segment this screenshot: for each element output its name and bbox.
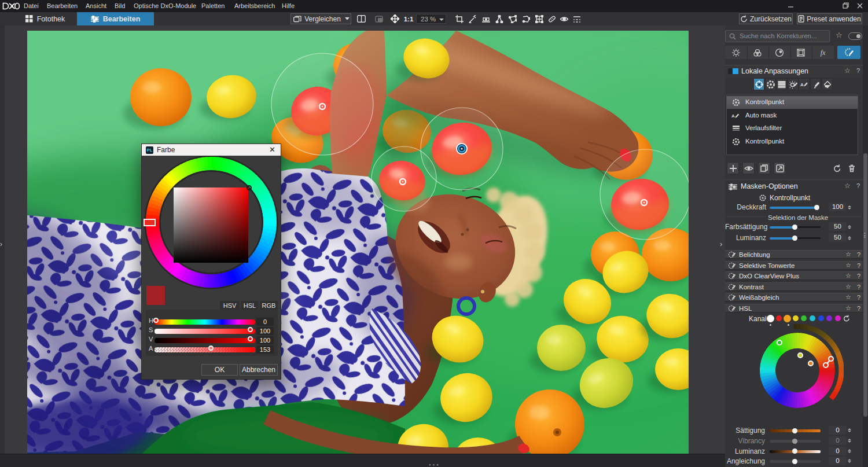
svg-text:A: A	[731, 113, 735, 119]
svg-text:A: A	[800, 82, 804, 87]
svg-text:fx: fx	[821, 49, 826, 57]
